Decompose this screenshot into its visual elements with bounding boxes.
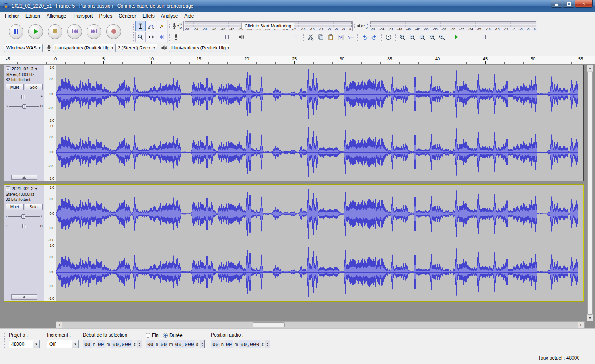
duration-radio[interactable]: Durée: [163, 333, 183, 338]
waveform-canvas[interactable]: [56, 243, 583, 301]
waveform-canvas[interactable]: [56, 123, 583, 181]
duration-field[interactable]: 00h00m00,000s▲▼: [146, 340, 205, 348]
menu-item-effets[interactable]: Effets: [139, 12, 158, 19]
toolbar-grip[interactable]: [169, 33, 171, 41]
meter-dropdown-icon[interactable]: ▾: [177, 24, 179, 27]
vertical-scale-left[interactable]: 1,00,50,0-0,5-1,0: [44, 185, 56, 243]
toolbar-grip[interactable]: [381, 33, 382, 41]
vertical-scale-right[interactable]: 1,00,50,0-0,5-1,0: [44, 243, 56, 301]
recording-meter[interactable]: ▾ GD -57-54-51-48-45-42-39-36-33-30-27-2…: [172, 21, 353, 31]
toolbar-grip[interactable]: [354, 22, 356, 29]
minimize-button[interactable]: [551, 0, 562, 8]
close-button[interactable]: ×: [575, 0, 593, 8]
selection-start-field[interactable]: 00h00m00,000s▲▼: [83, 340, 142, 348]
pan-slider[interactable]: G D: [6, 223, 43, 229]
vertical-scroll-thumb[interactable]: [587, 72, 593, 315]
multi-tool-button[interactable]: [157, 32, 167, 42]
redo-button[interactable]: [369, 32, 379, 42]
waveform-canvas[interactable]: [56, 65, 583, 123]
play-button[interactable]: [28, 24, 43, 39]
menu-item-generer[interactable]: Générer: [115, 12, 139, 19]
collapse-track-button[interactable]: [11, 175, 37, 180]
menu-item-edition[interactable]: Edition: [22, 12, 43, 19]
toolbar-grip[interactable]: [395, 33, 396, 41]
playback-volume-slider[interactable]: [249, 34, 300, 40]
pan-slider[interactable]: G D: [6, 103, 43, 109]
slider-thumb[interactable]: [21, 214, 25, 219]
time-spinner[interactable]: ▲▼: [265, 340, 270, 348]
playback-device-select[interactable]: Haut-parleurs (Realtek Hig▼: [169, 44, 229, 52]
seconds-value[interactable]: 00,000: [174, 340, 195, 348]
menu-item-pistes[interactable]: Pistes: [96, 12, 115, 19]
horizontal-scroll-track[interactable]: [62, 322, 578, 328]
monitoring-overlay[interactable]: Click to Start Monitoring: [241, 23, 294, 29]
horizontal-scrollbar[interactable]: ◄ ►: [56, 321, 585, 328]
envelope-tool-button[interactable]: [146, 21, 156, 31]
recording-volume-slider[interactable]: [183, 34, 234, 40]
pause-button[interactable]: [9, 24, 23, 39]
minutes-value[interactable]: 00: [225, 340, 233, 348]
skip-start-button[interactable]: [67, 24, 82, 39]
zoom-tool-button[interactable]: [135, 32, 146, 42]
slider-thumb[interactable]: [21, 95, 25, 99]
seconds-value[interactable]: 00,000: [239, 340, 261, 348]
fit-selection-button[interactable]: [417, 32, 427, 42]
vertical-scale-left[interactable]: 1,00,50,0-0,5-1,0: [44, 65, 56, 123]
menu-item-aide[interactable]: Aide: [181, 12, 197, 19]
project-rate-select[interactable]: 48000▼: [9, 340, 40, 348]
zoom-toggle-button[interactable]: [437, 32, 447, 42]
undo-button[interactable]: [360, 32, 369, 42]
menu-item-fichier[interactable]: Fichier: [2, 12, 22, 19]
selection-tool-button[interactable]: [135, 21, 146, 31]
track-title[interactable]: 2021_02_2: [12, 186, 33, 191]
trim-audio-button[interactable]: [336, 32, 346, 42]
close-track-button[interactable]: ×: [6, 186, 10, 191]
track-menu-arrow-icon[interactable]: ▼: [35, 67, 38, 71]
menu-item-transport[interactable]: Transport: [70, 12, 96, 19]
track-title[interactable]: 2021_02_2: [12, 66, 33, 71]
time-spinner[interactable]: ▲▼: [137, 340, 142, 348]
slider-thumb[interactable]: [482, 35, 486, 39]
gain-slider[interactable]: - +: [6, 93, 43, 100]
slider-thumb[interactable]: [225, 35, 229, 39]
meter-dropdown-icon[interactable]: ▾: [364, 24, 365, 27]
playback-meter[interactable]: ▾ GD -57-54-51-48-45-42-39-36-33-30-27-2…: [357, 21, 538, 31]
mute-button[interactable]: Muet: [6, 84, 24, 90]
copy-button[interactable]: [316, 32, 326, 42]
waveform-canvas[interactable]: [56, 185, 583, 243]
silence-audio-button[interactable]: [346, 32, 356, 42]
minutes-value[interactable]: 00: [97, 340, 105, 348]
scroll-left-button[interactable]: ◄: [56, 322, 62, 328]
timeline-ruler[interactable]: -50510152025303540455055: [0, 56, 595, 64]
toolbar-grip[interactable]: [1, 45, 3, 51]
hours-value[interactable]: 00: [211, 340, 220, 348]
solo-button[interactable]: Solo: [25, 84, 43, 90]
toolbar-grip[interactable]: [4, 333, 5, 348]
fit-project-button[interactable]: [427, 32, 437, 42]
slider-thumb[interactable]: [294, 35, 298, 39]
end-radio[interactable]: Fin: [146, 333, 159, 338]
time-spinner[interactable]: ▲▼: [200, 340, 204, 348]
hours-value[interactable]: 00: [83, 340, 92, 348]
collapse-track-button[interactable]: [11, 294, 37, 300]
gain-slider[interactable]: - +: [6, 213, 43, 220]
zoom-in-button[interactable]: [397, 32, 407, 42]
mute-button[interactable]: Muet: [6, 204, 24, 210]
scroll-down-button[interactable]: ▼: [587, 315, 593, 321]
menu-item-affichage[interactable]: Affichage: [43, 12, 70, 19]
close-track-button[interactable]: ×: [6, 66, 10, 71]
slider-thumb[interactable]: [22, 104, 26, 109]
record-button[interactable]: [106, 24, 121, 39]
playback-meter-body[interactable]: -57-54-51-48-45-42-39-36-33-30-27-24-21-…: [369, 21, 537, 31]
cut-button[interactable]: [306, 32, 316, 42]
toolbar-grip[interactable]: [303, 33, 305, 41]
toolbar-grip[interactable]: [357, 33, 358, 41]
draw-tool-button[interactable]: [157, 21, 167, 31]
audio-host-select[interactable]: Windows WAS▼: [4, 44, 43, 52]
audio-position-field[interactable]: 00h00m00,000s▲▼: [211, 340, 270, 348]
timeshift-tool-button[interactable]: [146, 32, 156, 42]
slider-thumb[interactable]: [22, 224, 26, 228]
horizontal-scroll-thumb[interactable]: [253, 322, 285, 327]
solo-button[interactable]: Solo: [25, 204, 43, 210]
toolbar-grip[interactable]: [448, 33, 450, 41]
